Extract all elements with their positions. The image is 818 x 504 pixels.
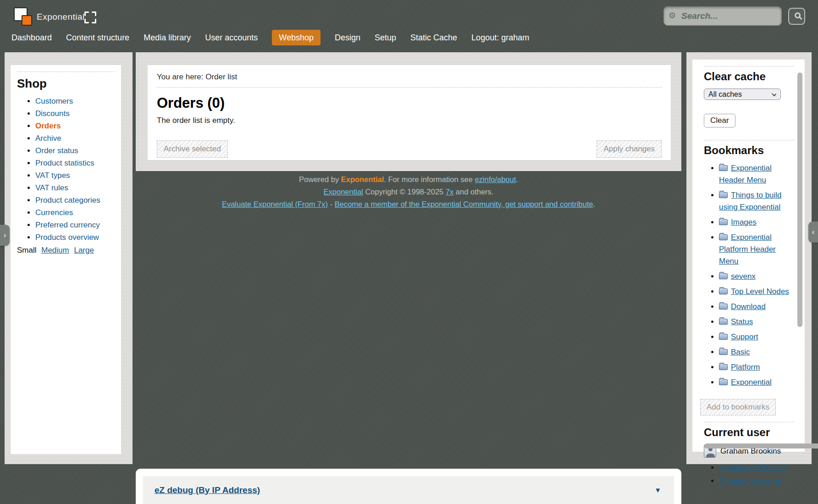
bookmark-link[interactable]: Exponential xyxy=(731,378,772,387)
add-to-bookmarks-button[interactable]: Add to bookmarks xyxy=(700,399,776,415)
nav-link[interactable]: Webshop xyxy=(272,30,321,45)
shop-menu-link[interactable]: VAT types xyxy=(35,171,70,180)
right-sidebar-collapse-tab[interactable]: ‹ xyxy=(808,222,818,243)
shop-menu-item: Order status xyxy=(35,147,115,155)
search-button[interactable] xyxy=(788,8,805,25)
divider xyxy=(704,66,794,66)
shop-menu-link[interactable]: Orders xyxy=(35,122,61,130)
vertical-scrollbar[interactable] xyxy=(797,72,802,327)
horizontal-scrollbar[interactable] xyxy=(704,443,818,449)
shop-menu-item: VAT rules xyxy=(35,184,115,192)
nav-item: Logout: graham xyxy=(471,33,529,43)
breadcrumb: You are here: Order list xyxy=(157,72,662,82)
debug-toggle-link[interactable]: eZ debug (By IP Address) xyxy=(155,485,260,495)
community-link[interactable]: Become a member of the Exponential Commu… xyxy=(335,200,593,208)
bookmark-link[interactable]: Things to build using Exponential xyxy=(719,191,782,211)
bookmark-link[interactable]: Platform xyxy=(731,363,760,371)
cache-select-value: All caches xyxy=(708,90,742,99)
search-input[interactable] xyxy=(663,6,782,26)
shop-menu-link[interactable]: Order status xyxy=(35,146,78,155)
bookmark-link[interactable]: Images xyxy=(731,218,757,227)
shop-menu-link[interactable]: Product statistics xyxy=(35,159,94,167)
footer-brand: Exponential xyxy=(341,175,384,183)
shop-menu-link[interactable]: Discounts xyxy=(35,109,70,118)
bookmark-link[interactable]: Basic xyxy=(731,348,750,356)
cache-select[interactable]: All caches xyxy=(704,89,781,100)
nav-link[interactable]: User accounts xyxy=(205,30,258,45)
nav-link[interactable]: Content structure xyxy=(66,30,129,45)
user-link[interactable]: Change password xyxy=(719,476,782,485)
brand-title: Exponential xyxy=(37,12,85,22)
bookmarks-list: Exponential Header Menu Things to build … xyxy=(704,162,791,388)
footer-line-3: Evaluate Exponential (From 7x) - Become … xyxy=(136,198,681,210)
folder-icon xyxy=(719,288,728,294)
nav-link[interactable]: Design xyxy=(335,30,360,45)
top-header: Exponential ⚙ Dashboard Content structur… xyxy=(0,0,818,52)
folder-icon xyxy=(719,379,728,385)
size-large-link[interactable]: Large xyxy=(74,246,94,255)
shop-menu-link[interactable]: Product categories xyxy=(35,196,100,205)
main-nav: Dashboard Content structure Media librar… xyxy=(11,33,529,43)
shop-menu-list: Customers Discounts Orders Archive Order… xyxy=(17,97,115,241)
ezinfo-about-link[interactable]: ezinfo/about xyxy=(475,175,516,183)
nav-link[interactable]: Dashboard xyxy=(11,30,52,45)
nav-link[interactable]: Static Cache xyxy=(410,30,457,45)
folder-icon xyxy=(719,349,728,355)
exponential-logo-icon[interactable] xyxy=(14,7,32,26)
bookmark-link[interactable]: Support xyxy=(731,332,758,341)
magnifier-icon xyxy=(795,12,801,18)
page-title: Orders (0) xyxy=(157,95,662,111)
folder-icon xyxy=(719,334,728,340)
bookmark-link[interactable]: sevenx xyxy=(731,272,756,281)
size-switcher: Small Medium Large xyxy=(17,246,115,255)
bookmark-link[interactable]: Status xyxy=(731,317,753,326)
shop-menu-link[interactable]: Products overview xyxy=(35,233,99,242)
shop-menu-link[interactable]: VAT rules xyxy=(35,183,68,192)
folder-icon xyxy=(719,234,728,240)
exponential-link[interactable]: Exponential xyxy=(324,188,363,196)
evaluate-link[interactable]: Evaluate Exponential (From 7x) xyxy=(222,200,328,208)
shop-menu-link[interactable]: Customers xyxy=(35,97,73,105)
seven-x-link[interactable]: 7x xyxy=(446,188,453,196)
apply-changes-button[interactable]: Apply changes xyxy=(597,140,662,158)
divider xyxy=(704,140,794,140)
footer-text: . xyxy=(593,200,595,208)
chevron-right-icon: › xyxy=(4,231,6,240)
bookmark-item: sevenx xyxy=(719,271,791,282)
bookmark-item: Support xyxy=(719,331,791,343)
size-medium-link[interactable]: Medium xyxy=(41,246,69,255)
shop-menu-title: Shop xyxy=(17,77,115,91)
site-footer: Powered by Exponential. For more informa… xyxy=(136,173,681,210)
folder-icon xyxy=(719,304,728,310)
caret-down-icon[interactable]: ▼ xyxy=(654,486,661,494)
bookmark-link[interactable]: Download xyxy=(731,302,766,311)
divider xyxy=(17,72,115,72)
logo-orange-square xyxy=(22,15,32,26)
bookmark-item: Status xyxy=(719,316,791,328)
nav-link[interactable]: Setup xyxy=(375,30,396,45)
tools-card: Clear cache All caches Clear Bookmarks E… xyxy=(692,60,805,452)
shop-menu-item: Product statistics xyxy=(35,159,115,167)
search-area: ⚙ xyxy=(663,6,805,26)
shop-menu-card: Shop Customers Discounts Orders Archive xyxy=(11,65,121,454)
archive-selected-button[interactable]: Archive selected xyxy=(157,140,228,158)
clear-cache-button[interactable]: Clear xyxy=(704,114,735,127)
shop-menu-link[interactable]: Preferred currency xyxy=(35,221,100,229)
user-link[interactable]: Change information xyxy=(719,463,787,472)
bookmark-link[interactable]: Top Level Nodes xyxy=(731,287,789,296)
footer-text: Powered by xyxy=(299,175,341,183)
shop-menu-item: Discounts xyxy=(35,110,115,117)
shop-menu-link[interactable]: Currencies xyxy=(35,208,73,217)
footer-text: Copyright © 1998-2025 xyxy=(363,188,446,196)
left-sidebar-expand-tab[interactable]: › xyxy=(0,225,10,246)
chevron-left-icon: ‹ xyxy=(812,227,815,237)
fullscreen-icon[interactable] xyxy=(84,11,96,23)
folder-icon xyxy=(719,364,728,370)
size-current-label: Small xyxy=(17,246,37,255)
footer-text: . For more information see xyxy=(384,175,475,183)
nav-item: Dashboard xyxy=(11,33,52,43)
nav-item: Webshop xyxy=(272,33,321,43)
nav-link[interactable]: Media library xyxy=(144,30,191,45)
nav-link[interactable]: Logout: graham xyxy=(471,30,529,45)
shop-menu-link[interactable]: Archive xyxy=(35,134,61,143)
